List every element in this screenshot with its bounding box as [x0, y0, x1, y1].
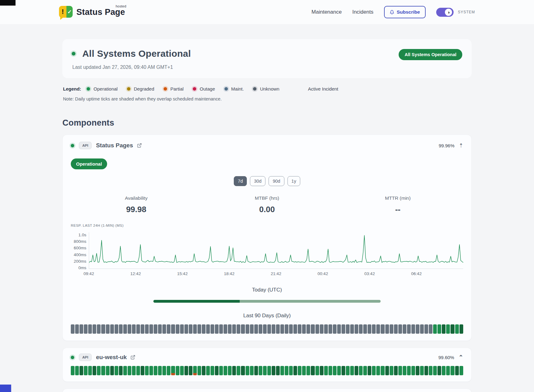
uptime-tick[interactable] — [433, 366, 437, 375]
uptime-tick[interactable] — [289, 324, 293, 334]
uptime-tick[interactable] — [232, 366, 236, 375]
uptime-tick[interactable] — [210, 324, 214, 334]
external-link-icon[interactable] — [137, 143, 142, 148]
uptime-tick[interactable] — [355, 366, 358, 375]
uptime-tick[interactable] — [429, 324, 432, 334]
uptime-tick[interactable] — [411, 324, 415, 334]
uptime-tick[interactable] — [372, 366, 376, 375]
uptime-tick[interactable] — [79, 366, 83, 375]
uptime-tick[interactable] — [350, 324, 354, 334]
uptime-tick[interactable] — [88, 324, 92, 334]
uptime-tick[interactable] — [263, 324, 267, 334]
uptime-tick[interactable] — [442, 324, 446, 334]
uptime-tick[interactable] — [158, 366, 162, 375]
uptime-tick[interactable] — [289, 366, 293, 375]
uptime-tick[interactable] — [197, 324, 201, 334]
uptime-tick[interactable] — [280, 324, 284, 334]
uptime-tick[interactable] — [154, 366, 157, 375]
uptime-tick[interactable] — [259, 324, 262, 334]
uptime-tick[interactable] — [171, 324, 175, 334]
uptime-tick[interactable] — [246, 324, 249, 334]
uptime-tick[interactable] — [320, 324, 324, 334]
uptime-tick[interactable] — [110, 324, 114, 334]
theme-toggle[interactable]: ◑ — [436, 8, 454, 17]
uptime-tick[interactable] — [149, 366, 153, 375]
uptime-tick[interactable] — [450, 366, 454, 375]
uptime-tick[interactable] — [359, 324, 363, 334]
uptime-tick[interactable] — [424, 324, 428, 334]
uptime-tick[interactable] — [128, 324, 131, 334]
uptime-tick[interactable] — [110, 366, 114, 375]
range-button-1y[interactable]: 1y — [287, 176, 300, 186]
uptime-tick[interactable] — [350, 366, 354, 375]
uptime-tick[interactable] — [368, 366, 371, 375]
uptime-tick[interactable] — [202, 324, 206, 334]
uptime-tick[interactable] — [311, 324, 315, 334]
uptime-tick[interactable] — [88, 366, 92, 375]
uptime-tick[interactable] — [232, 324, 236, 334]
uptime-tick[interactable] — [320, 366, 324, 375]
uptime-tick[interactable] — [328, 366, 332, 375]
uptime-tick[interactable] — [119, 324, 123, 334]
range-button-7d[interactable]: 7d — [234, 176, 247, 186]
uptime-tick[interactable] — [237, 324, 240, 334]
uptime-tick[interactable] — [407, 366, 411, 375]
uptime-tick[interactable] — [259, 366, 262, 375]
uptime-tick[interactable] — [93, 366, 96, 375]
uptime-tick[interactable] — [215, 366, 219, 375]
uptime-tick[interactable] — [459, 324, 463, 334]
uptime-tick[interactable] — [176, 324, 179, 334]
uptime-tick[interactable] — [306, 366, 310, 375]
uptime-tick[interactable] — [346, 366, 350, 375]
uptime-tick[interactable] — [390, 366, 393, 375]
nav-incidents[interactable]: Incidents — [352, 9, 373, 15]
uptime-tick[interactable] — [84, 366, 88, 375]
uptime-tick[interactable] — [224, 366, 227, 375]
uptime-tick[interactable] — [328, 324, 332, 334]
subscribe-button[interactable]: Subscribe — [384, 6, 426, 18]
collapse-arrow-icon[interactable]: ⇡ — [459, 143, 463, 148]
uptime-tick[interactable] — [342, 366, 345, 375]
uptime-tick[interactable] — [132, 366, 136, 375]
uptime-tick[interactable] — [302, 324, 306, 334]
uptime-tick[interactable] — [162, 366, 166, 375]
uptime-tick[interactable] — [189, 366, 192, 375]
uptime-tick[interactable] — [416, 324, 419, 334]
uptime-tick[interactable] — [437, 324, 441, 334]
uptime-tick[interactable] — [176, 366, 179, 375]
uptime-tick[interactable] — [84, 324, 88, 334]
uptime-tick[interactable] — [311, 366, 315, 375]
uptime-tick[interactable] — [459, 366, 463, 375]
uptime-tick[interactable] — [79, 324, 83, 334]
uptime-tick[interactable] — [420, 324, 424, 334]
uptime-tick[interactable] — [136, 324, 140, 334]
uptime-tick[interactable] — [180, 324, 184, 334]
uptime-tick[interactable] — [368, 324, 371, 334]
uptime-tick[interactable] — [250, 366, 254, 375]
uptime-tick[interactable] — [193, 324, 197, 334]
uptime-tick[interactable] — [162, 324, 166, 334]
uptime-tick[interactable] — [184, 366, 188, 375]
uptime-tick[interactable] — [394, 366, 398, 375]
uptime-tick[interactable] — [407, 324, 411, 334]
brand-logo[interactable]: ! ✓ Status Page hosted — [59, 6, 125, 18]
uptime-tick[interactable] — [206, 324, 210, 334]
uptime-tick[interactable] — [228, 324, 232, 334]
uptime-tick[interactable] — [442, 366, 446, 375]
uptime-tick[interactable] — [455, 324, 459, 334]
uptime-tick[interactable] — [416, 366, 419, 375]
uptime-tick[interactable] — [420, 366, 424, 375]
uptime-tick[interactable] — [184, 324, 188, 334]
uptime-tick[interactable] — [167, 366, 170, 375]
uptime-tick[interactable] — [101, 366, 105, 375]
uptime-tick[interactable] — [246, 366, 249, 375]
uptime-tick[interactable] — [398, 366, 402, 375]
uptime-tick[interactable] — [189, 324, 192, 334]
uptime-tick[interactable] — [123, 366, 127, 375]
uptime-tick[interactable] — [437, 366, 441, 375]
uptime-tick[interactable] — [128, 366, 131, 375]
external-link-icon[interactable] — [130, 355, 135, 360]
uptime-tick[interactable] — [167, 324, 170, 334]
uptime-tick[interactable] — [333, 366, 337, 375]
uptime-tick[interactable] — [276, 366, 280, 375]
